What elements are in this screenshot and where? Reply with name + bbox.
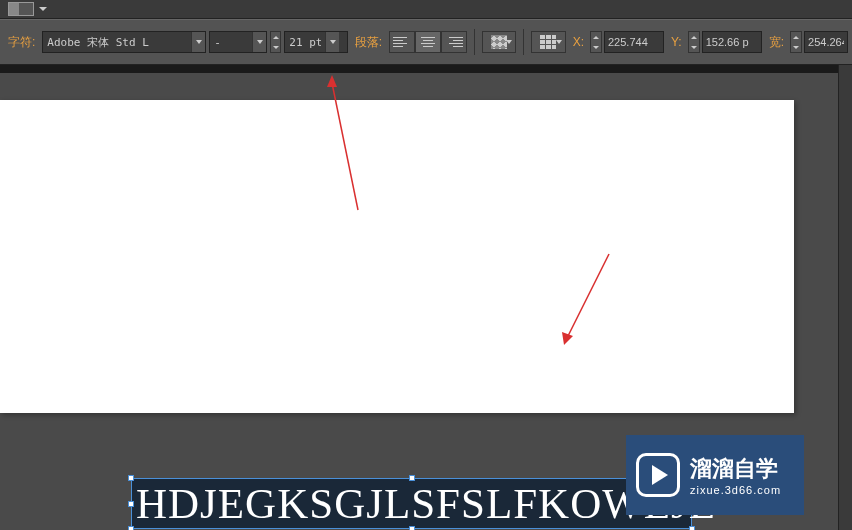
text-frame-selected[interactable]: HDJEGKSGJLSFSLFKOWEJE: [131, 478, 692, 529]
divider: [523, 29, 524, 55]
panel-layout-icon[interactable]: [8, 2, 34, 16]
spinner-up-icon[interactable]: [689, 32, 699, 42]
spinner-up-icon[interactable]: [791, 32, 801, 42]
text-content[interactable]: HDJEGKSGJLSFSLFKOWEJE: [132, 479, 691, 528]
play-icon: [636, 453, 680, 497]
x-input[interactable]: [604, 31, 664, 53]
align-right-button[interactable]: [441, 31, 467, 53]
opacity-button[interactable]: [482, 31, 516, 53]
top-toolbar: [0, 0, 852, 19]
font-family-input[interactable]: [43, 32, 191, 52]
font-style-input[interactable]: [210, 32, 252, 52]
font-style-dropdown[interactable]: [209, 31, 267, 53]
selection-handle[interactable]: [128, 526, 134, 530]
x-coordinate-group: X:: [569, 31, 664, 53]
selection-handle[interactable]: [128, 475, 134, 481]
font-family-dropdown[interactable]: [42, 31, 206, 53]
width-spinner[interactable]: [790, 31, 802, 53]
alignment-buttons: [389, 31, 467, 53]
transform-anchor-button[interactable]: [531, 31, 565, 53]
y-label: Y:: [667, 35, 686, 49]
spinner-up-icon[interactable]: [271, 32, 280, 42]
grid-anchor-icon: [540, 35, 556, 49]
spinner-up-icon[interactable]: [591, 32, 601, 42]
watermark-text: 溜溜自学 zixue.3d66.com: [690, 454, 781, 496]
font-size-input[interactable]: [285, 32, 325, 52]
y-input[interactable]: [702, 31, 762, 53]
panel-dropdown-icon[interactable]: [38, 5, 48, 13]
dropdown-arrow-icon[interactable]: [252, 32, 266, 52]
width-input[interactable]: [804, 31, 848, 53]
selection-handle[interactable]: [689, 526, 695, 530]
watermark-url: zixue.3d66.com: [690, 484, 781, 496]
selection-handle[interactable]: [128, 501, 134, 507]
selection-handle[interactable]: [409, 526, 415, 530]
watermark: 溜溜自学 zixue.3d66.com: [626, 435, 804, 515]
spinner-down-icon[interactable]: [591, 42, 601, 52]
font-size-dropdown[interactable]: [284, 31, 347, 53]
dark-strip: [0, 65, 852, 73]
dropdown-arrow-icon[interactable]: [325, 32, 339, 52]
width-group: 宽:: [765, 31, 848, 53]
align-left-button[interactable]: [389, 31, 415, 53]
options-bar: 字符: 段落:: [0, 19, 852, 65]
y-spinner[interactable]: [688, 31, 700, 53]
divider: [474, 29, 475, 55]
opacity-icon: [491, 35, 507, 49]
selection-handle[interactable]: [409, 475, 415, 481]
font-size-spinner[interactable]: [270, 31, 281, 53]
width-label: 宽:: [765, 34, 788, 51]
y-coordinate-group: Y:: [667, 31, 762, 53]
align-center-button[interactable]: [415, 31, 441, 53]
dropdown-arrow-icon[interactable]: [191, 32, 205, 52]
character-label: 字符:: [4, 34, 39, 51]
watermark-title: 溜溜自学: [690, 454, 781, 484]
artboard[interactable]: [0, 100, 794, 413]
x-label: X:: [569, 35, 588, 49]
x-spinner[interactable]: [590, 31, 602, 53]
vertical-scrollbar[interactable]: [838, 65, 852, 530]
spinner-down-icon[interactable]: [271, 42, 280, 52]
spinner-down-icon[interactable]: [689, 42, 699, 52]
paragraph-label: 段落:: [351, 34, 386, 51]
spinner-down-icon[interactable]: [791, 42, 801, 52]
